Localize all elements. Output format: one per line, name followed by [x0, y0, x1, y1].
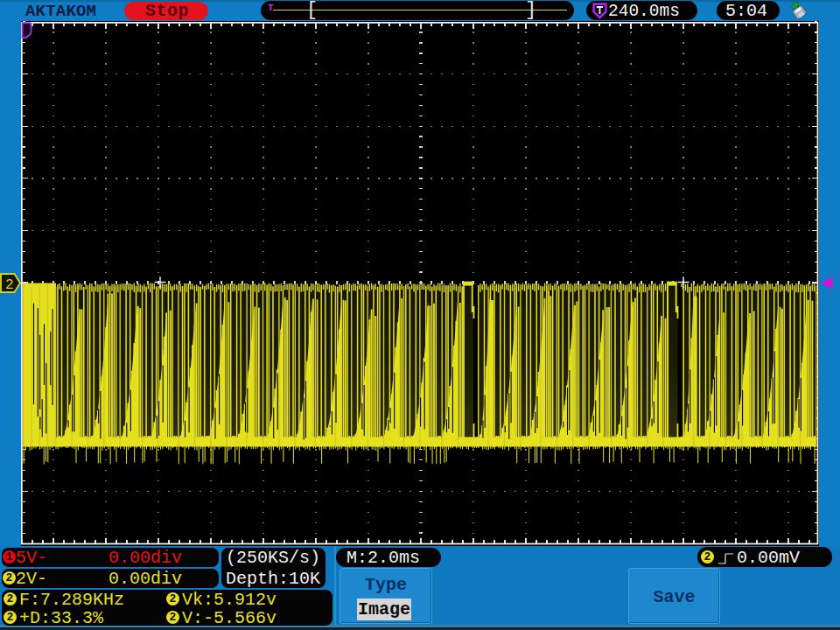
svg-text:2: 2 [5, 277, 14, 293]
